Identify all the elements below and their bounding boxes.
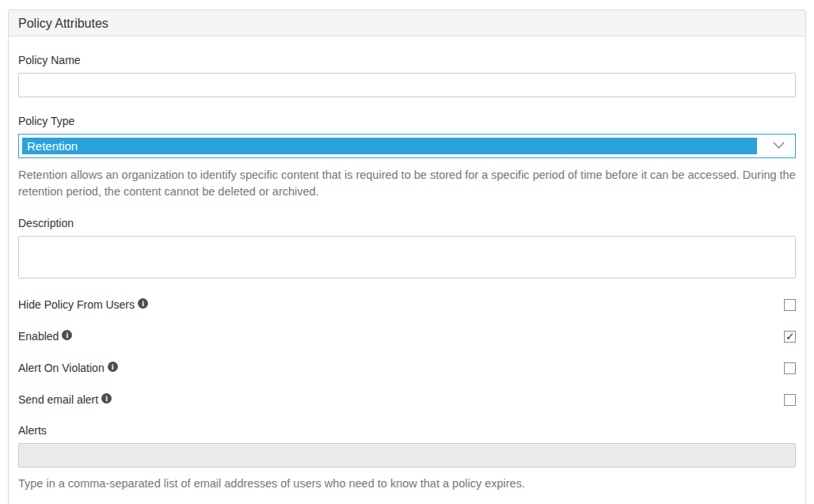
info-icon[interactable] [138,298,148,309]
hide-policy-checkbox[interactable] [784,299,796,311]
alerts-input[interactable] [18,443,796,468]
description-textarea[interactable] [18,236,796,279]
policy-type-selected-option: Retention [22,138,757,154]
check-row-hide-policy: Hide Policy From Users [18,298,796,312]
info-icon[interactable] [62,330,72,340]
info-icon[interactable] [108,362,118,372]
send-email-alert-label: Send email alert [18,393,112,407]
info-icon[interactable] [101,393,112,404]
check-row-enabled: Enabled [18,330,796,343]
panel-body: Policy Name Policy Type Retention Retent… [9,54,805,504]
description-label: Description [18,217,796,230]
policy-type-label: Policy Type [18,115,796,128]
policy-type-description: Retention allows an organization to iden… [18,167,796,199]
check-row-send-email-alert: Send email alert [18,393,796,407]
alerts-help-text: Type in a comma-separated list of email … [18,476,796,492]
alerts-label: Alerts [18,424,796,438]
enabled-checkbox[interactable] [784,331,796,343]
policy-attributes-panel: Policy Attributes Policy Name Policy Typ… [8,9,806,504]
enabled-label: Enabled [18,330,72,343]
check-row-alert-on-violation: Alert On Violation [18,362,796,375]
policy-name-label: Policy Name [18,54,796,67]
policy-name-input[interactable] [18,73,796,97]
alert-on-violation-checkbox[interactable] [784,362,796,374]
alert-on-violation-label: Alert On Violation [18,362,118,375]
policy-type-select[interactable]: Retention [18,134,796,158]
send-email-alert-checkbox[interactable] [784,394,796,406]
chevron-down-icon [773,142,785,150]
hide-policy-label: Hide Policy From Users [18,298,148,312]
panel-title: Policy Attributes [9,10,805,36]
